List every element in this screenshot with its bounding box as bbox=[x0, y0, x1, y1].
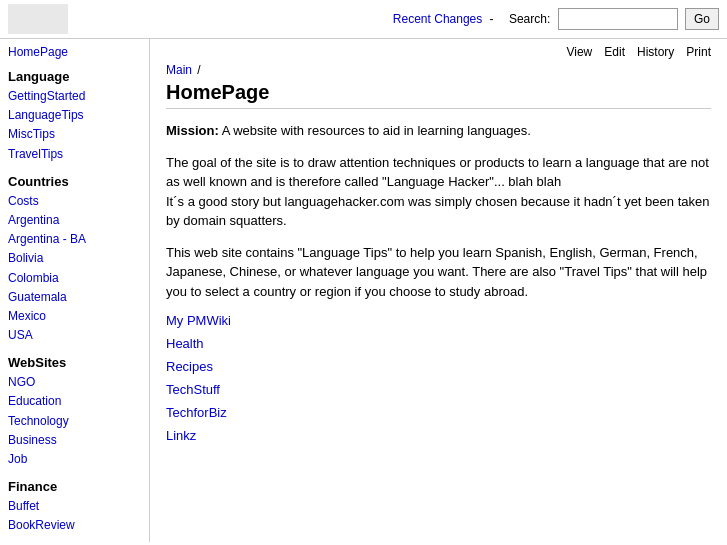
sidebar-link-guatemala[interactable]: Guatemala bbox=[8, 288, 141, 307]
sidebar-link-ngo[interactable]: NGO bbox=[8, 373, 141, 392]
sidebar-section-countries: Countries Costs Argentina Argentina - BA… bbox=[8, 174, 141, 346]
main-content: View Edit History Print Main / HomePage … bbox=[150, 39, 727, 542]
para1: The goal of the site is to draw attentio… bbox=[166, 153, 711, 231]
sidebar-link-mexico[interactable]: Mexico bbox=[8, 307, 141, 326]
sidebar-link-technology[interactable]: Technology bbox=[8, 412, 141, 431]
search-input[interactable] bbox=[558, 8, 678, 30]
link-health[interactable]: Health bbox=[166, 336, 711, 351]
page-title: HomePage bbox=[166, 81, 711, 109]
mission-text: A website with resources to aid in learn… bbox=[219, 123, 531, 138]
sidebar-section-websites: WebSites NGO Education Technology Busine… bbox=[8, 355, 141, 469]
nav-links: Recent Changes - Search: Go bbox=[393, 8, 719, 30]
sidebar-section-title-language: Language bbox=[8, 69, 141, 84]
sidebar-link-education[interactable]: Education bbox=[8, 392, 141, 411]
breadcrumb-sep: / bbox=[197, 63, 200, 77]
sidebar-link-costs[interactable]: Costs bbox=[8, 192, 141, 211]
sidebar-section-language: Language GettingStarted LanguageTips Mis… bbox=[8, 69, 141, 164]
sidebar-link-buffet[interactable]: Buffet bbox=[8, 497, 141, 516]
sidebar-link-bookreview[interactable]: BookReview bbox=[8, 516, 141, 535]
link-recipes[interactable]: Recipes bbox=[166, 359, 711, 374]
logo bbox=[8, 4, 68, 34]
page-actions: View Edit History Print bbox=[166, 45, 711, 59]
sidebar-link-misctips[interactable]: MiscTips bbox=[8, 125, 141, 144]
sidebar-link-job[interactable]: Job bbox=[8, 450, 141, 469]
sidebar-link-business[interactable]: Business bbox=[8, 431, 141, 450]
recent-changes-link[interactable]: Recent Changes bbox=[393, 12, 482, 26]
print-link[interactable]: Print bbox=[686, 45, 711, 59]
sidebar-section-title-websites: WebSites bbox=[8, 355, 141, 370]
sidebar-link-gettingstarted[interactable]: GettingStarted bbox=[8, 87, 141, 106]
sidebar: HomePage Language GettingStarted Languag… bbox=[0, 39, 150, 542]
breadcrumb-main-link[interactable]: Main bbox=[166, 63, 192, 77]
mission-label: Mission: bbox=[166, 123, 219, 138]
mission-paragraph: Mission: A website with resources to aid… bbox=[166, 121, 711, 141]
sidebar-link-argentina[interactable]: Argentina bbox=[8, 211, 141, 230]
sidebar-homepage-link[interactable]: HomePage bbox=[8, 45, 141, 59]
search-label: Search: bbox=[509, 12, 550, 26]
sidebar-link-languagetips[interactable]: LanguageTips bbox=[8, 106, 141, 125]
edit-link[interactable]: Edit bbox=[604, 45, 625, 59]
link-linkz[interactable]: Linkz bbox=[166, 428, 711, 443]
sidebar-link-traveltips[interactable]: TravelTips bbox=[8, 145, 141, 164]
sidebar-section-finance: Finance Buffet BookReview bbox=[8, 479, 141, 535]
go-button[interactable]: Go bbox=[685, 8, 719, 30]
sidebar-link-bolivia[interactable]: Bolivia bbox=[8, 249, 141, 268]
sidebar-link-argentina-ba[interactable]: Argentina - BA bbox=[8, 230, 141, 249]
sidebar-link-usa[interactable]: USA bbox=[8, 326, 141, 345]
link-mypmwiki[interactable]: My PMWiki bbox=[166, 313, 711, 328]
nav-sep: - bbox=[490, 12, 494, 26]
layout: HomePage Language GettingStarted Languag… bbox=[0, 39, 727, 542]
sidebar-section-title-countries: Countries bbox=[8, 174, 141, 189]
para2: This web site contains "Language Tips" t… bbox=[166, 243, 711, 302]
breadcrumb: Main / bbox=[166, 63, 711, 77]
sidebar-link-colombia[interactable]: Colombia bbox=[8, 269, 141, 288]
top-bar: Recent Changes - Search: Go bbox=[0, 0, 727, 39]
history-link[interactable]: History bbox=[637, 45, 674, 59]
sidebar-section-title-finance: Finance bbox=[8, 479, 141, 494]
view-link[interactable]: View bbox=[566, 45, 592, 59]
link-techforbiz[interactable]: TechforBiz bbox=[166, 405, 711, 420]
link-techstuff[interactable]: TechStuff bbox=[166, 382, 711, 397]
